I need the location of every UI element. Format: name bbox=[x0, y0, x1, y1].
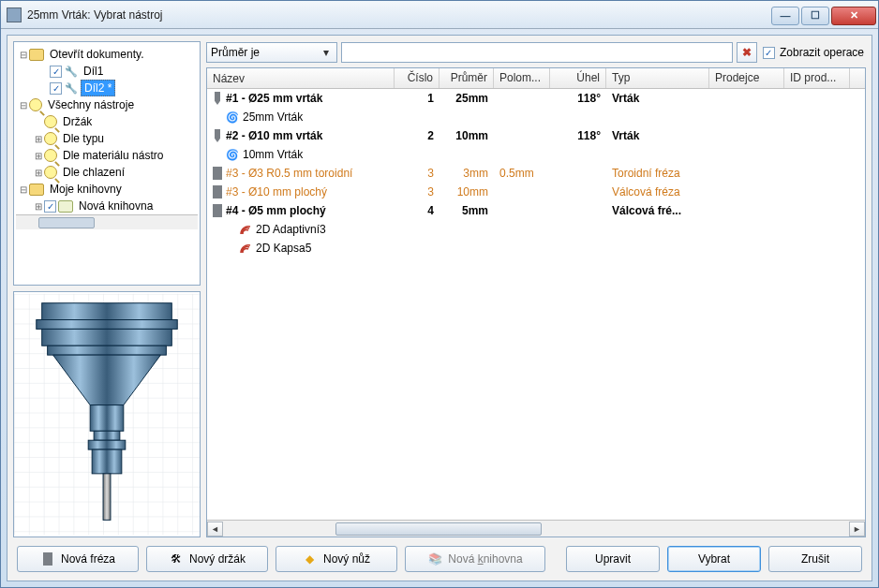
library-tree[interactable]: ⊟Otevřít dokumenty. ✓Díl1 ✓Díl2 * ⊟Všech… bbox=[13, 41, 201, 286]
table-row[interactable]: #4 - Ø5 mm plochý45mmVálcová fré... bbox=[207, 201, 865, 220]
col-product-id[interactable]: ID prod... bbox=[784, 68, 850, 88]
cell-diameter: 3mm bbox=[440, 167, 494, 180]
drill-icon bbox=[213, 129, 222, 142]
svg-rect-8 bbox=[88, 440, 126, 449]
checkbox-icon[interactable]: ✓ bbox=[50, 82, 62, 95]
tree-node-by-cooling[interactable]: Dle chlazení bbox=[60, 165, 127, 180]
new-knife-button[interactable]: ◆Nový nůž bbox=[276, 546, 397, 572]
col-type[interactable]: Typ bbox=[606, 68, 709, 88]
cell-number: 2 bbox=[395, 129, 440, 142]
table-row[interactable]: 🌀25mm Vrták bbox=[207, 108, 865, 126]
magnifier-icon bbox=[44, 149, 57, 162]
svg-rect-3 bbox=[37, 320, 177, 330]
cell-diameter: 10mm bbox=[440, 129, 494, 142]
edit-button[interactable]: Upravit bbox=[566, 546, 660, 572]
expander-icon[interactable]: ⊞ bbox=[33, 151, 44, 161]
filter-field-combo[interactable]: Průměr je ▾ bbox=[206, 42, 337, 63]
tree-h-scrollbar[interactable] bbox=[16, 214, 198, 229]
cell-angle: 118° bbox=[550, 129, 606, 142]
col-angle[interactable]: Úhel bbox=[550, 68, 606, 88]
holder-icon: 🛠 bbox=[169, 551, 184, 566]
drill-op-icon: 🌀 bbox=[226, 149, 239, 160]
dialog-window: 25mm Vrták: Vybrat nástroj — ☐ ✕ ⊟Otevří… bbox=[0, 0, 879, 588]
endmill-icon bbox=[40, 551, 55, 566]
checkbox-icon[interactable]: ✓ bbox=[50, 66, 62, 78]
table-row[interactable]: 🌀10mm Vrták bbox=[207, 145, 865, 164]
scroll-left-icon[interactable]: ◄ bbox=[207, 522, 223, 537]
toolpath-icon bbox=[239, 223, 252, 236]
endmill-icon bbox=[213, 204, 222, 217]
tree-node-all-tools[interactable]: Všechny nástroje bbox=[45, 97, 137, 112]
tree-node-holder[interactable]: Držák bbox=[60, 114, 95, 129]
expander-icon[interactable]: ⊟ bbox=[18, 184, 29, 195]
new-mill-button[interactable]: Nová fréza bbox=[17, 546, 139, 572]
col-vendor[interactable]: Prodejce bbox=[709, 68, 784, 88]
new-holder-button[interactable]: 🛠Nový držák bbox=[146, 546, 268, 572]
filter-field-value: Průměr je bbox=[211, 46, 320, 59]
magnifier-icon bbox=[44, 166, 57, 179]
cancel-button[interactable]: Zrušit bbox=[768, 546, 862, 572]
grid-h-scrollbar[interactable]: ◄ ► bbox=[207, 520, 865, 537]
checkbox-icon[interactable]: ✓ bbox=[44, 200, 56, 213]
table-row[interactable]: #3 - Ø10 mm plochý310mmVálcová fréza bbox=[207, 183, 865, 201]
svg-rect-5 bbox=[48, 345, 167, 355]
new-library-button[interactable]: 📚Nová knihovna bbox=[405, 546, 545, 572]
tree-node-my-libs[interactable]: Moje knihovny bbox=[47, 182, 125, 197]
svg-rect-10 bbox=[103, 474, 111, 521]
tool-grid: Název Číslo Průměr Polom... Úhel Typ Pro… bbox=[206, 67, 866, 537]
cell-number: 3 bbox=[395, 185, 440, 198]
show-operations-toggle[interactable]: ✓ Zobrazit operace bbox=[761, 46, 866, 59]
tree-node-dil2-selected[interactable]: Díl2 * bbox=[81, 80, 115, 96]
expander-icon[interactable]: ⊞ bbox=[33, 134, 44, 144]
tool-preview bbox=[13, 291, 201, 537]
expander-icon[interactable]: ⊞ bbox=[33, 168, 44, 178]
tree-node-by-type[interactable]: Dle typu bbox=[60, 131, 107, 146]
cell-child-name: 10mm Vrták bbox=[243, 148, 303, 161]
minimize-button[interactable]: — bbox=[771, 7, 799, 25]
toolpath-icon bbox=[239, 242, 252, 255]
cell-child-name: 25mm Vrták bbox=[243, 110, 303, 124]
grid-body[interactable]: #1 - Ø25 mm vrták125mm118°Vrták🌀25mm Vrt… bbox=[207, 89, 865, 520]
close-button[interactable]: ✕ bbox=[831, 7, 876, 25]
titlebar[interactable]: 25mm Vrták: Vybrat nástroj — ☐ ✕ bbox=[1, 1, 878, 29]
col-radius[interactable]: Polom... bbox=[494, 68, 550, 88]
scroll-right-icon[interactable]: ► bbox=[849, 522, 865, 537]
wrench-icon bbox=[64, 81, 79, 95]
cell-type: Válcová fré... bbox=[606, 204, 709, 217]
tree-node-by-material[interactable]: Dle materiálu nástro bbox=[60, 148, 166, 163]
tree-node-new-lib[interactable]: Nová knihovna bbox=[76, 198, 156, 213]
tree-node-open-docs[interactable]: Otevřít dokumenty. bbox=[47, 47, 146, 62]
cell-type: Toroidní fréza bbox=[606, 167, 709, 180]
magnifier-icon bbox=[29, 98, 42, 111]
select-button[interactable]: Vybrat bbox=[667, 546, 761, 572]
library-icon: 📚 bbox=[427, 551, 442, 566]
expander-icon[interactable]: ⊟ bbox=[18, 50, 29, 60]
maximize-button[interactable]: ☐ bbox=[801, 7, 829, 25]
cell-type: Vrták bbox=[606, 129, 709, 142]
table-row[interactable]: 2D Adaptivní3 bbox=[207, 220, 865, 239]
grid-header[interactable]: Název Číslo Průměr Polom... Úhel Typ Pro… bbox=[207, 68, 865, 89]
table-row[interactable]: #3 - Ø3 R0.5 mm toroidní33mm0.5mmToroidn… bbox=[207, 164, 865, 183]
cell-name: #1 - Ø25 mm vrták bbox=[226, 92, 322, 105]
table-row[interactable]: #1 - Ø25 mm vrták125mm118°Vrták bbox=[207, 89, 865, 108]
wrench-icon bbox=[64, 65, 79, 78]
svg-rect-7 bbox=[94, 431, 120, 440]
filter-value-input[interactable] bbox=[341, 42, 733, 63]
drill-preview-icon bbox=[14, 292, 200, 537]
expander-icon[interactable]: ⊟ bbox=[18, 100, 29, 110]
col-diameter[interactable]: Průměr bbox=[440, 68, 494, 88]
scroll-thumb[interactable] bbox=[335, 522, 542, 536]
expander-icon[interactable]: ⊞ bbox=[33, 201, 44, 212]
table-row[interactable]: #2 - Ø10 mm vrták210mm118°Vrták bbox=[207, 126, 865, 145]
button-bar: Nová fréza 🛠Nový držák ◆Nový nůž 📚Nová k… bbox=[13, 543, 866, 575]
table-row[interactable]: 2D Kapsa5 bbox=[207, 239, 865, 257]
cell-diameter: 5mm bbox=[440, 204, 494, 217]
clear-filter-button[interactable]: ✖ bbox=[737, 42, 757, 63]
drill-icon bbox=[213, 92, 222, 105]
col-number[interactable]: Číslo bbox=[395, 68, 440, 88]
tree-node-dil1[interactable]: Díl1 bbox=[81, 64, 106, 79]
col-name[interactable]: Název bbox=[207, 68, 395, 88]
cell-diameter: 10mm bbox=[440, 185, 494, 198]
endmill-icon bbox=[213, 185, 222, 198]
drill-op-icon: 🌀 bbox=[226, 111, 239, 123]
